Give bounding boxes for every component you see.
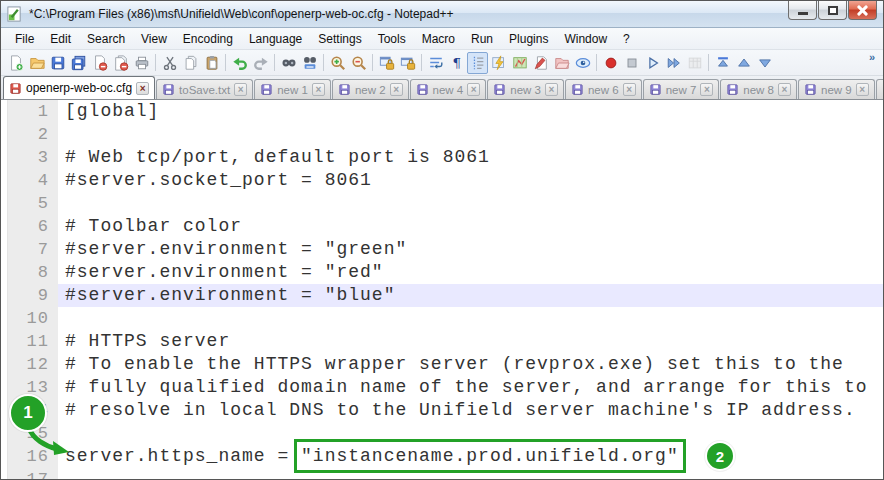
tab-close-icon[interactable]: × (700, 83, 713, 96)
cut-button[interactable] (159, 52, 180, 74)
tab-new-4[interactable]: new 4× (410, 79, 487, 99)
tab-new-3[interactable]: new 3× (487, 79, 564, 99)
function-list-button[interactable] (488, 52, 509, 74)
view-monitor-button[interactable] (572, 52, 593, 74)
code-text[interactable]: # Web tcp/port, default port is 8061 (58, 146, 883, 169)
fold-prev-button[interactable] (733, 52, 754, 74)
find-button[interactable] (278, 52, 299, 74)
macro-save-button[interactable] (684, 52, 705, 74)
code-text[interactable]: [global] (58, 100, 883, 123)
replace-button[interactable] (299, 52, 320, 74)
code-text[interactable]: #server.environment = "green" (58, 238, 883, 261)
tab-close-icon[interactable]: × (856, 83, 869, 96)
sync-v-button[interactable] (376, 52, 397, 74)
menu-edit[interactable]: Edit (42, 29, 79, 49)
tab-new-2[interactable]: new 2× (332, 79, 409, 99)
tab-new-1[interactable]: new 1× (254, 79, 331, 99)
tab-close-icon[interactable]: × (312, 83, 325, 96)
code-text[interactable]: server.https_name = "instancename.prod.u… (58, 445, 883, 468)
edit-marker-button[interactable] (530, 52, 551, 74)
tab-label: toSave.txt (179, 84, 230, 96)
code-text[interactable]: # To enable the HTTPS wrapper server (re… (58, 353, 883, 376)
save-button[interactable] (47, 52, 68, 74)
editor-area[interactable]: 1[global]23# Web tcp/port, default port … (1, 100, 883, 479)
code-line-10: 10 (1, 307, 883, 330)
indent-guide-button[interactable] (467, 52, 488, 74)
code-text[interactable] (58, 468, 883, 479)
print-button[interactable] (131, 52, 152, 74)
maximize-button[interactable] (818, 1, 847, 20)
code-text[interactable]: #server.socket_port = 8061 (58, 169, 883, 192)
save-all-button[interactable] (68, 52, 89, 74)
menu-run[interactable]: Run (463, 29, 501, 49)
code-text[interactable] (58, 123, 883, 146)
macro-play-button[interactable] (642, 52, 663, 74)
macro-run-multiple-button[interactable] (663, 52, 684, 74)
line-number: 9 (8, 284, 58, 307)
zoom-out-button[interactable] (348, 52, 369, 74)
tab-close-icon[interactable]: × (545, 83, 558, 96)
tab-close-icon[interactable]: × (136, 82, 149, 95)
tab-close-icon[interactable]: × (234, 83, 247, 96)
tab-close-icon[interactable]: × (467, 83, 480, 96)
tab-close-icon[interactable]: × (623, 83, 636, 96)
folder-session-button[interactable] (551, 52, 572, 74)
tab-new-8[interactable]: new 8× (720, 79, 797, 99)
macro-stop-button[interactable] (621, 52, 642, 74)
code-text[interactable]: # resolve in local DNS to the Unifield s… (58, 399, 883, 422)
fold-all-button[interactable] (712, 52, 733, 74)
paste-button[interactable] (201, 52, 222, 74)
tab-tosave.txt[interactable]: toSave.txt× (156, 79, 253, 99)
tab-label: new 4 (433, 84, 464, 96)
macro-play-icon (645, 55, 661, 71)
menu-language[interactable]: Language (241, 29, 310, 49)
toolbar-overflow-chevron-icon[interactable]: » (865, 50, 879, 64)
code-text[interactable] (58, 422, 883, 445)
saved-floppy-icon (338, 83, 351, 96)
doc-map-button[interactable] (509, 52, 530, 74)
fold-next-button[interactable] (754, 52, 775, 74)
zoom-in-button[interactable] (327, 52, 348, 74)
title-bar[interactable]: *C:\Program Files (x86)\msf\Unifield\Web… (1, 1, 883, 28)
new-file-button[interactable] (5, 52, 26, 74)
sync-h-button[interactable] (397, 52, 418, 74)
tab-close-icon[interactable]: × (390, 83, 403, 96)
minimize-button[interactable] (788, 1, 817, 20)
code-text[interactable] (58, 307, 883, 330)
menu-view[interactable]: View (133, 29, 175, 49)
code-text[interactable] (58, 192, 883, 215)
tab-new-9[interactable]: new 9× (798, 79, 875, 99)
menu-file[interactable]: File (7, 29, 42, 49)
menu-tools[interactable]: Tools (370, 29, 414, 49)
show-all-chars-button[interactable] (446, 52, 467, 74)
redo-button[interactable] (250, 52, 271, 74)
open-button[interactable] (26, 52, 47, 74)
code-text[interactable]: #server.environment = "red" (58, 261, 883, 284)
tab-new-7[interactable]: new 7× (643, 79, 720, 99)
tab-new-6[interactable]: new 6× (565, 79, 642, 99)
toolbar-separator (421, 54, 422, 71)
menu-search[interactable]: Search (79, 29, 133, 49)
menu-macro[interactable]: Macro (414, 29, 463, 49)
close-doc-button[interactable] (89, 52, 110, 74)
menu-help[interactable]: ? (615, 29, 638, 49)
tab-close-icon[interactable]: × (778, 83, 791, 96)
bookmark-margin (1, 353, 8, 376)
tab-new-10[interactable]: new 10× (876, 79, 883, 99)
code-text[interactable]: #server.environment = "blue" (58, 284, 883, 307)
close-button[interactable] (848, 1, 877, 20)
tab-openerp-web-oc.cfg[interactable]: openerp-web-oc.cfg× (3, 76, 155, 99)
undo-button[interactable] (229, 52, 250, 74)
copy-button[interactable] (180, 52, 201, 74)
code-text[interactable]: # Toolbar color (58, 215, 883, 238)
window-controls (788, 1, 877, 20)
close-all-button[interactable] (110, 52, 131, 74)
menu-encoding[interactable]: Encoding (175, 29, 241, 49)
word-wrap-button[interactable] (425, 52, 446, 74)
macro-record-button[interactable] (600, 52, 621, 74)
menu-window[interactable]: Window (556, 29, 615, 49)
code-text[interactable]: # HTTPS server (58, 330, 883, 353)
code-text[interactable]: # fully qualified domain name of the ser… (58, 376, 883, 399)
menu-settings[interactable]: Settings (310, 29, 369, 49)
menu-plugins[interactable]: Plugins (501, 29, 556, 49)
